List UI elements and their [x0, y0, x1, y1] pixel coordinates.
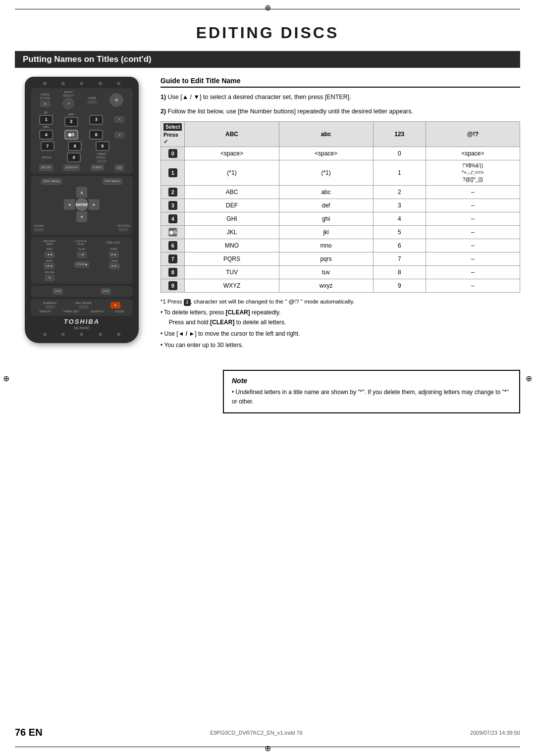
model-number: SE-R0297 [31, 326, 133, 330]
pause-row: PAUSE ⏸ [34, 271, 130, 281]
btn-6[interactable]: 6 [89, 130, 103, 140]
skip-left-btn[interactable]: |◄◄ [44, 263, 54, 269]
right-column: Guide to Edit Title Name 1) Use [▲ / ▼] … [160, 77, 520, 352]
timer-set-cell: TIMER SET [63, 310, 79, 313]
guide-step-1: 1) Use [▲ / ▼] to select a desired chara… [160, 93, 520, 102]
num-7: 7 [373, 252, 426, 266]
remote-control: OPEN/CLOSE ▲ INPUTSELECT ⊙ HDMI [25, 77, 139, 343]
ch-up-btn[interactable]: ∧ [114, 116, 124, 123]
top-menu-btn[interactable]: TOP MENU [103, 178, 122, 185]
abc-5: JKL [185, 226, 279, 239]
dpad-left[interactable]: ◄ [64, 199, 75, 210]
abc-6: MNO [185, 239, 279, 252]
btn-2[interactable]: 2 [64, 117, 78, 127]
power-btn[interactable]: ⏻ [109, 93, 123, 107]
fwd-btn[interactable]: ►► [109, 252, 119, 258]
dot-b2 [61, 333, 65, 336]
num-1: 1 [373, 160, 426, 186]
clear-btn[interactable] [34, 228, 44, 231]
abcl-6: mno [279, 239, 373, 252]
ch-down-btn[interactable]: ∨ [114, 132, 124, 138]
num-9: 9 [373, 279, 426, 293]
registration-mark-top: ⊕ [265, 3, 271, 12]
skip-right-btn[interactable]: ►►| [109, 263, 119, 269]
rec-mode-cell: REC MODE [75, 302, 91, 308]
section-header: Putting Names on Titles (cont'd) [15, 51, 520, 68]
abcl-4: ghi [279, 212, 373, 226]
setup-row: SETUP DISPLAY AUDIO CD [34, 164, 130, 171]
space-cell: SPACE [42, 156, 52, 160]
return-btn[interactable] [118, 228, 128, 231]
btn-9[interactable]: 9 [96, 141, 109, 151]
enter-btn[interactable]: ENTER [75, 198, 88, 211]
dpad-up[interactable]: ▲ [76, 187, 87, 198]
disc-menu-btn[interactable]: DISC MENU [41, 178, 62, 185]
btn-3[interactable]: 3 [89, 115, 103, 125]
dpad-right[interactable]: ► [89, 199, 100, 210]
rec-btn[interactable]: ● [110, 302, 120, 308]
pause-label: PAUSE [45, 271, 54, 274]
abcl-5: jkl [279, 226, 373, 239]
remote-top-section: OPEN/CLOSE ▲ INPUTSELECT ⊙ HDMI [31, 88, 133, 174]
abcl-3: def [279, 199, 373, 212]
dpad-container: ▲ ▼ ◄ ► ENTER [34, 187, 130, 222]
page-number: 76 EN [15, 727, 43, 738]
key-9: 9 [168, 281, 177, 290]
key-0: 0 [168, 149, 177, 158]
vcr-btn[interactable]: VCR [53, 288, 63, 295]
num-row-789: 7 8 9 [34, 141, 130, 151]
rev-cell: REV ◄◄ [45, 248, 54, 258]
hdmi-cell: HDMI [87, 97, 97, 103]
pause-btn[interactable]: ⏸ [45, 275, 54, 281]
abcl-1: (*1) [279, 160, 373, 186]
note-box-wrapper: Note • Undefined letters in a title name… [15, 360, 520, 423]
registration-mark-right: ⊕ [526, 373, 532, 383]
btn-7[interactable]: 7 [41, 141, 54, 151]
cd-btn[interactable]: CD [114, 164, 124, 171]
key-1: 1 [168, 168, 177, 177]
abc-7: PQRS [185, 252, 279, 266]
btn-1[interactable]: 1 [39, 115, 53, 125]
rev-btn[interactable]: ◄◄ [45, 252, 54, 258]
rec-mode-btn[interactable] [79, 305, 89, 308]
key-6: 6 [168, 241, 177, 250]
timer-btn[interactable] [97, 160, 107, 163]
dpad-down[interactable]: ▼ [76, 211, 87, 222]
note-limit: You can enter up to 30 letters. [160, 341, 520, 350]
sym-5: – [426, 226, 520, 239]
dot-b4 [99, 333, 102, 336]
dubbing-cell: DUBBING [43, 302, 56, 308]
fwd-label: FWD [110, 248, 117, 251]
audio-btn[interactable]: AUDIO [91, 164, 104, 171]
abc-4: GHI [185, 212, 279, 226]
remote-top-dots [31, 82, 133, 85]
setup-btn[interactable]: SETUP [39, 164, 53, 171]
stop-btn[interactable]: STOP ■ [74, 261, 89, 268]
note-cursor: Use [◄ / ►] to move the cursor to the le… [160, 329, 520, 339]
display-btn[interactable]: DISPLAY [63, 164, 80, 171]
num5-cell: ◉5 [64, 130, 78, 140]
search-label: SEARCH [91, 310, 103, 313]
dot-2 [61, 82, 65, 85]
space-label: SPACE [42, 156, 52, 159]
abc-9: WXYZ [185, 279, 279, 293]
dvd-btn[interactable]: DVD [101, 288, 111, 295]
abc-3: DEF [185, 199, 279, 212]
btn-8[interactable]: 8 [68, 141, 82, 151]
clear-cell: CLEAR [34, 224, 44, 231]
num-8: 8 [373, 266, 426, 279]
open-close-btn[interactable]: ▲ [40, 101, 50, 107]
press-label: Press [163, 132, 178, 138]
table-header-abc-lower: abc [279, 121, 373, 147]
btn-0[interactable]: 0 [67, 152, 81, 162]
table-header-symbol: @!? [426, 121, 520, 147]
hdmi-btn[interactable] [87, 101, 97, 103]
character-table: Select Press ✓ ABC abc 123 @!? 0 <space> [160, 121, 520, 293]
btn-5[interactable]: ◉5 [64, 130, 78, 140]
num-3: 3 [373, 199, 426, 212]
btn-4[interactable]: 4 [39, 130, 53, 140]
play-btn[interactable]: ○ ► [77, 252, 87, 258]
dubbing-btn[interactable] [45, 305, 55, 308]
dot-1 [43, 82, 47, 85]
input-btn[interactable]: ⊙ [62, 98, 74, 109]
